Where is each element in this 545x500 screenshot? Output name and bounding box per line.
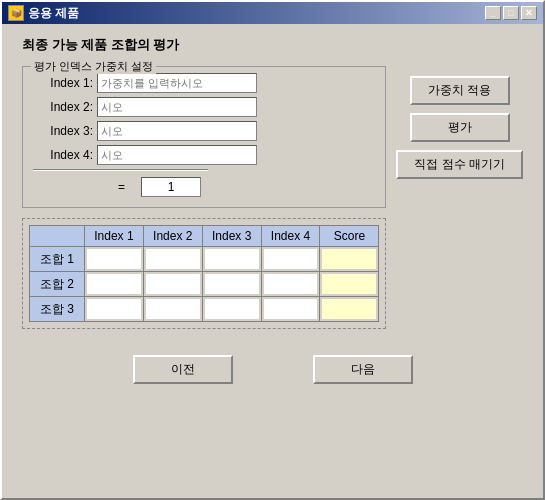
row1-index1-cell — [85, 247, 144, 272]
table-row: 조합 1 — [30, 247, 379, 272]
equals-label: = — [33, 180, 133, 194]
index4-row: Index 4: — [33, 145, 375, 165]
index2-row: Index 2: — [33, 97, 375, 117]
title-bar-left: 📦 응용 제품 — [8, 5, 79, 22]
row3-index4-input[interactable] — [264, 299, 318, 319]
row2-index4-cell — [261, 272, 320, 297]
col-header-index1: Index 1 — [85, 226, 144, 247]
left-panel: 평가 인덱스 가중치 설정 Index 1: Index 2: Index 3: — [22, 66, 386, 329]
row3-score-input[interactable] — [322, 299, 376, 319]
row1-score-cell — [320, 247, 379, 272]
row2-index2-cell — [143, 272, 202, 297]
row3-index2-input[interactable] — [146, 299, 200, 319]
title-bar: 📦 응용 제품 _ □ ✕ — [2, 2, 543, 24]
index3-row: Index 3: — [33, 121, 375, 141]
row2-index2-input[interactable] — [146, 274, 200, 294]
row2-index1-cell — [85, 272, 144, 297]
row1-index2-input[interactable] — [146, 249, 200, 269]
table-row: 조합 2 — [30, 272, 379, 297]
row3-index4-cell — [261, 297, 320, 322]
content-area: 최종 가능 제품 조합의 평가 평가 인덱스 가중치 설정 Index 1: I… — [2, 24, 543, 498]
table-row: 조합 3 — [30, 297, 379, 322]
title-buttons: _ □ ✕ — [485, 6, 537, 20]
bottom-buttons: 이전 다음 — [22, 345, 523, 394]
main-title: 최종 가능 제품 조합의 평가 — [22, 36, 523, 54]
right-panel: 가중치 적용 평가 직접 점수 매기기 — [396, 76, 523, 179]
col-header-empty — [30, 226, 85, 247]
col-header-index4: Index 4 — [261, 226, 320, 247]
row1-score-input[interactable] — [322, 249, 376, 269]
row1-header: 조합 1 — [30, 247, 85, 272]
col-header-index2: Index 2 — [143, 226, 202, 247]
row2-index3-cell — [202, 272, 261, 297]
group-box-label: 평가 인덱스 가중치 설정 — [31, 59, 156, 74]
equals-value-input[interactable] — [141, 177, 201, 197]
row2-score-input[interactable] — [322, 274, 376, 294]
divider — [33, 169, 208, 171]
evaluate-button[interactable]: 평가 — [410, 113, 510, 142]
main-window: 📦 응용 제품 _ □ ✕ 최종 가능 제품 조합의 평가 평가 인덱스 가중치… — [0, 0, 545, 500]
table-header-row: Index 1 Index 2 Index 3 Index 4 Score — [30, 226, 379, 247]
row1-index1-input[interactable] — [87, 249, 141, 269]
row1-index3-cell — [202, 247, 261, 272]
index3-label: Index 3: — [33, 124, 93, 138]
minimize-button[interactable]: _ — [485, 6, 501, 20]
close-button[interactable]: ✕ — [521, 6, 537, 20]
row3-index1-input[interactable] — [87, 299, 141, 319]
window-title: 응용 제품 — [28, 5, 79, 22]
row2-header: 조합 2 — [30, 272, 85, 297]
row2-index4-input[interactable] — [264, 274, 318, 294]
row1-index3-input[interactable] — [205, 249, 259, 269]
next-button[interactable]: 다음 — [313, 355, 413, 384]
prev-button[interactable]: 이전 — [133, 355, 233, 384]
table-container: Index 1 Index 2 Index 3 Index 4 Score 조합… — [22, 218, 386, 329]
index2-input[interactable] — [97, 97, 257, 117]
row3-index3-input[interactable] — [205, 299, 259, 319]
index1-input[interactable] — [97, 73, 257, 93]
row1-index4-input[interactable] — [264, 249, 318, 269]
row3-header: 조합 3 — [30, 297, 85, 322]
equals-row: = — [33, 175, 375, 199]
index4-input[interactable] — [97, 145, 257, 165]
weight-group-box: 평가 인덱스 가중치 설정 Index 1: Index 2: Index 3: — [22, 66, 386, 208]
app-icon: 📦 — [8, 5, 24, 21]
maximize-button[interactable]: □ — [503, 6, 519, 20]
row3-index1-cell — [85, 297, 144, 322]
index4-label: Index 4: — [33, 148, 93, 162]
row3-index2-cell — [143, 297, 202, 322]
main-area: 평가 인덱스 가중치 설정 Index 1: Index 2: Index 3: — [22, 66, 523, 329]
index2-label: Index 2: — [33, 100, 93, 114]
row3-index3-cell — [202, 297, 261, 322]
row1-index2-cell — [143, 247, 202, 272]
index1-row: Index 1: — [33, 73, 375, 93]
data-table: Index 1 Index 2 Index 3 Index 4 Score 조합… — [29, 225, 379, 322]
table-section: Index 1 Index 2 Index 3 Index 4 Score 조합… — [22, 218, 386, 329]
row1-index4-cell — [261, 247, 320, 272]
apply-weight-button[interactable]: 가중치 적용 — [410, 76, 510, 105]
col-header-score: Score — [320, 226, 379, 247]
row2-index3-input[interactable] — [205, 274, 259, 294]
row3-score-cell — [320, 297, 379, 322]
row2-index1-input[interactable] — [87, 274, 141, 294]
col-header-index3: Index 3 — [202, 226, 261, 247]
direct-score-button[interactable]: 직접 점수 매기기 — [396, 150, 523, 179]
index1-label: Index 1: — [33, 76, 93, 90]
row2-score-cell — [320, 272, 379, 297]
index3-input[interactable] — [97, 121, 257, 141]
